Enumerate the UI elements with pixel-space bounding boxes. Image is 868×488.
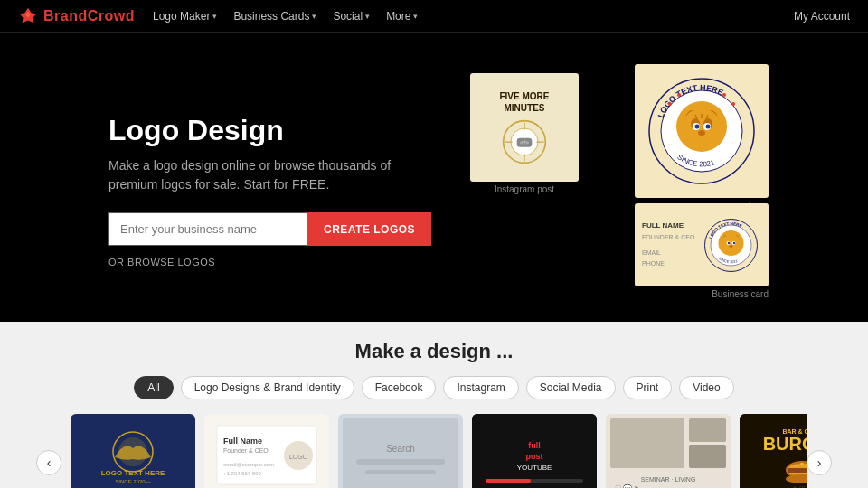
business-cards-thumb: Full Name Founder & CEO email@example.co… bbox=[204, 414, 329, 488]
facebook-covers-thumb: Search bbox=[338, 414, 463, 488]
svg-text:SINCE 2020—: SINCE 2020— bbox=[115, 479, 150, 484]
design-section: Make a design ... All Logo Designs & Bra… bbox=[0, 322, 868, 488]
svg-text:Founder & CEO: Founder & CEO bbox=[223, 447, 269, 454]
hero-right: FIVE MOREMINUTES Instagram bbox=[461, 60, 814, 304]
filter-tabs: All Logo Designs & Brand Identity Facebo… bbox=[36, 376, 832, 399]
svg-text:LOGO TEXT HERE: LOGO TEXT HERE bbox=[101, 469, 165, 477]
facebook-posts-thumb: SEMINAR · LIVING ♡ 💬 ➤ bbox=[606, 414, 731, 488]
list-item: Search Facebook Covers bbox=[338, 414, 463, 488]
svg-text:full: full bbox=[528, 441, 541, 450]
nav-logo-maker[interactable]: Logo Maker ▾ bbox=[153, 10, 217, 23]
svg-text:Search: Search bbox=[386, 444, 415, 454]
brand-name: BrandCrowd bbox=[43, 8, 135, 24]
logo-designs-thumb: LOGO TEXT HERE SINCE 2020— bbox=[71, 414, 195, 488]
svg-text:LOGO: LOGO bbox=[289, 454, 308, 460]
chevron-down-icon: ▾ bbox=[365, 12, 370, 21]
svg-rect-74 bbox=[689, 445, 726, 468]
svg-rect-82 bbox=[788, 468, 807, 473]
svg-text:post: post bbox=[526, 452, 543, 461]
svg-point-30 bbox=[668, 102, 672, 106]
browse-logos-link[interactable]: OR BROWSE LOGOS bbox=[108, 257, 461, 267]
filter-all[interactable]: All bbox=[134, 376, 173, 399]
create-logos-button[interactable]: CREATE LOGOS bbox=[307, 212, 431, 246]
svg-point-33 bbox=[722, 93, 726, 97]
hero-left: Logo Design Make a logo design online or… bbox=[108, 60, 461, 304]
svg-rect-73 bbox=[689, 418, 726, 442]
carousel-prev-button[interactable]: ‹ bbox=[36, 450, 61, 475]
business-card-preview: FULL NAME FOUNDER & CEO EMAIL PHONE bbox=[635, 203, 769, 299]
svg-rect-72 bbox=[610, 418, 684, 468]
svg-text:+1 234 567 890: +1 234 567 890 bbox=[223, 471, 262, 476]
nav-links: Logo Maker ▾ Business Cards ▾ Social ▾ M… bbox=[153, 10, 794, 23]
svg-point-23 bbox=[706, 125, 711, 129]
hero-section: Logo Design Make a logo design online or… bbox=[0, 33, 868, 322]
hero-form: CREATE LOGOS bbox=[108, 212, 461, 246]
svg-point-32 bbox=[731, 102, 735, 106]
chevron-down-icon: ▾ bbox=[312, 12, 316, 21]
youtube-banners-thumb: full post YOUTUBE bbox=[472, 414, 597, 488]
instagram-posts-thumb: BAR & CAFE BURGER ☆ ♡ bbox=[740, 414, 807, 488]
filter-facebook[interactable]: Facebook bbox=[362, 376, 437, 399]
svg-rect-64 bbox=[365, 470, 436, 474]
instagram-preview-card: FIVE MOREMINUTES Instagram bbox=[470, 73, 579, 194]
hero-subtitle: Make a logo design online or browse thou… bbox=[108, 156, 398, 194]
chevron-down-icon: ▾ bbox=[413, 12, 418, 21]
svg-rect-70 bbox=[486, 479, 531, 483]
business-card-label: Business card bbox=[635, 289, 769, 299]
logo-preview-card: LOGO TEXT HERE SINCE 2021 Logo bbox=[635, 64, 769, 211]
filter-instagram[interactable]: Instagram bbox=[443, 376, 518, 399]
svg-point-85 bbox=[800, 463, 804, 465]
nav-more[interactable]: More ▾ bbox=[386, 10, 418, 23]
nav-business-cards[interactable]: Business Cards ▾ bbox=[233, 10, 316, 23]
carousel-next-button[interactable]: › bbox=[807, 450, 832, 475]
svg-text:email@example.com: email@example.com bbox=[223, 462, 274, 467]
hero-title: Logo Design bbox=[108, 114, 461, 147]
list-item: full post YOUTUBE YouTube Banners bbox=[472, 414, 597, 488]
instagram-card-label: Instagram post bbox=[470, 184, 579, 194]
svg-rect-65 bbox=[472, 414, 597, 488]
svg-point-42 bbox=[727, 241, 730, 244]
design-section-title: Make a design ... bbox=[36, 340, 832, 363]
business-name-input[interactable] bbox=[108, 212, 307, 246]
filter-print[interactable]: Print bbox=[623, 376, 673, 399]
svg-text:YOUTUBE: YOUTUBE bbox=[517, 464, 552, 472]
carousel-items: LOGO TEXT HERE SINCE 2020— Logo Designs … bbox=[61, 414, 807, 488]
list-item: BAR & CAFE BURGER ☆ ♡ bbox=[740, 414, 807, 488]
filter-video[interactable]: Video bbox=[679, 376, 733, 399]
svg-point-43 bbox=[732, 241, 735, 244]
logo-area[interactable]: BrandCrowd bbox=[18, 6, 135, 26]
svg-point-44 bbox=[729, 245, 732, 248]
filter-social-media[interactable]: Social Media bbox=[526, 376, 616, 399]
svg-text:SEMINAR · LIVING: SEMINAR · LIVING bbox=[641, 476, 696, 483]
svg-text:Full Name: Full Name bbox=[223, 436, 262, 446]
nav-social[interactable]: Social ▾ bbox=[333, 10, 370, 23]
list-item: Full Name Founder & CEO email@example.co… bbox=[204, 414, 329, 488]
svg-point-31 bbox=[677, 93, 681, 97]
navbar: BrandCrowd Logo Maker ▾ Business Cards ▾… bbox=[0, 0, 868, 33]
list-item: LOGO TEXT HERE SINCE 2020— Logo Designs bbox=[71, 414, 195, 488]
svg-point-39 bbox=[721, 234, 741, 254]
svg-text:BURGER: BURGER bbox=[763, 434, 807, 454]
my-account-link[interactable]: My Account bbox=[794, 10, 850, 23]
list-item: SEMINAR · LIVING ♡ 💬 ➤ Facebook Posts bbox=[606, 414, 731, 488]
svg-point-84 bbox=[794, 465, 797, 466]
filter-logo-brand[interactable]: Logo Designs & Brand Identity bbox=[181, 376, 354, 399]
chevron-down-icon: ▾ bbox=[212, 12, 217, 21]
svg-text:♡ 💬 ➤: ♡ 💬 ➤ bbox=[615, 483, 640, 488]
brand-logo-icon bbox=[18, 6, 38, 26]
carousel-row: ‹ LOGO TEXT HERE SINCE 2020— bbox=[36, 414, 832, 488]
svg-point-24 bbox=[698, 130, 705, 136]
svg-point-22 bbox=[695, 125, 700, 129]
svg-rect-63 bbox=[356, 459, 445, 465]
